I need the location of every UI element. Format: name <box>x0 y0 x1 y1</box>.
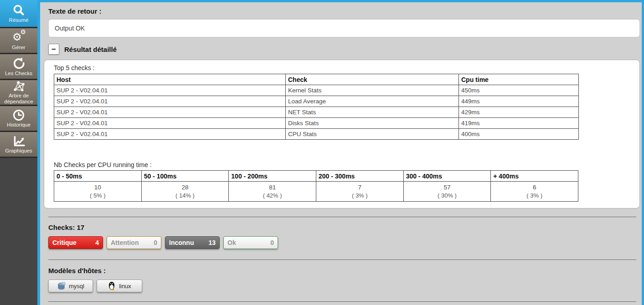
sidebar-item-historique[interactable]: Historique <box>0 106 37 132</box>
badge-label: Critique <box>52 239 77 246</box>
cell-host: SUP 2 - V02.04.01 <box>54 107 286 118</box>
template-label: linux <box>119 283 131 290</box>
cell-cpu-time: 419ms <box>459 118 579 129</box>
column-header-range: + 400ms <box>491 171 578 182</box>
template-label: mysql <box>69 283 84 290</box>
top-checks-title: Top 5 checks : <box>54 64 95 71</box>
column-header-check: Check <box>286 74 459 85</box>
sidebar-item-label: Graphiques <box>4 148 33 154</box>
refresh-icon <box>12 57 26 70</box>
cell-check: NET Stats <box>286 107 459 118</box>
table-row: SUP 2 - V02.04.01 CPU Stats 400ms <box>54 129 579 140</box>
check-count: 10 <box>57 184 139 191</box>
cell-check: CPU Stats <box>286 129 459 140</box>
checks-count-title: Checks: 17 <box>48 224 84 231</box>
cell-cpu-time: 400ms <box>459 129 579 140</box>
badge-count: 13 <box>208 239 216 246</box>
badge-label: Inconnu <box>169 239 194 246</box>
column-header-host: Host <box>54 74 286 85</box>
status-badges: Critique 4 Attention 0 Inconnu 13 Ok 0 <box>48 236 278 249</box>
badge-count: 0 <box>154 239 157 246</box>
cell-host: SUP 2 - V02.04.01 <box>54 118 286 129</box>
sidebar-item-label: Gérer <box>11 45 26 51</box>
chart-icon <box>12 135 26 147</box>
sidebar-item-graphiques[interactable]: Graphiques <box>0 132 37 158</box>
table-row: SUP 2 - V02.04.01 NET Stats 429ms <box>54 107 579 118</box>
separator <box>48 259 636 260</box>
sidebar-item-label: Arbre de dépendance <box>0 93 37 105</box>
cell-check: Disks Stats <box>286 118 459 129</box>
host-templates-title: Modèles d'hôtes : <box>48 267 106 274</box>
check-count: 6 <box>493 184 576 191</box>
database-icon <box>57 282 66 290</box>
minus-icon: − <box>52 46 56 53</box>
top-checks-table: Host Check Cpu time SUP 2 - V02.04.01 Ke… <box>54 74 579 140</box>
detail-title: Résultat détaillé <box>64 46 117 53</box>
table-header-row: Host Check Cpu time <box>54 74 579 85</box>
template-button-mysql[interactable]: mysql <box>48 280 93 292</box>
column-header-range: 300 - 400ms <box>403 171 491 182</box>
badge-label: Ok <box>227 239 236 246</box>
output-field[interactable] <box>48 19 640 37</box>
cpu-distribution-title: Nb Checks per CPU running time : <box>54 161 152 168</box>
badge-count: 4 <box>95 239 99 246</box>
cell-cpu-time: 429ms <box>459 107 579 118</box>
separator <box>48 217 636 217</box>
output-label: Texte de retour : <box>48 7 101 15</box>
badge-ok[interactable]: Ok 0 <box>223 236 278 249</box>
cell-host: SUP 2 - V02.04.01 <box>54 96 286 107</box>
app-frame: Résumé ⚙⚙ Gérer Les Checks <box>0 0 644 305</box>
check-count: 28 <box>144 184 227 191</box>
check-percent: ( 5% ) <box>57 192 139 199</box>
table-row: SUP 2 - V02.04.01 Kernel Stats 450ms <box>54 85 579 96</box>
sidebar-item-label: Résumé <box>8 17 30 23</box>
table-row: SUP 2 - V02.04.01 Disks Stats 419ms <box>54 118 579 129</box>
search-icon <box>12 4 26 17</box>
sidebar: Résumé ⚙⚙ Gérer Les Checks <box>0 2 40 305</box>
cell-cpu-time: 449ms <box>459 96 579 107</box>
sidebar-item-label: Historique <box>6 122 31 128</box>
detail-header: − Résultat détaillé <box>48 44 117 55</box>
detail-panel: Top 5 checks : Host Check Cpu time SUP 2… <box>44 60 640 208</box>
check-count: 81 <box>231 184 314 191</box>
sidebar-item-gerer[interactable]: ⚙⚙ Gérer <box>0 28 37 54</box>
table-row: 10 ( 5% ) 28 ( 14% ) 81 ( 42% ) 7 <box>54 182 578 202</box>
clock-icon <box>12 109 25 122</box>
gears-icon: ⚙⚙ <box>11 30 26 44</box>
table-row: SUP 2 - V02.04.01 Load Average 449ms <box>54 96 579 107</box>
badge-critical[interactable]: Critique 4 <box>48 236 103 249</box>
sidebar-item-label: Les Checks <box>4 71 33 76</box>
collapse-button[interactable]: − <box>48 44 59 55</box>
cell-count-percent: 28 ( 14% ) <box>141 182 229 202</box>
cpu-distribution-table: 0 - 50ms 50 - 100ms 100 - 200ms 200 - 30… <box>54 170 578 202</box>
sidebar-item-les-checks[interactable]: Les Checks <box>0 54 37 80</box>
cell-check: Load Average <box>286 96 459 107</box>
badge-unknown[interactable]: Inconnu 13 <box>165 236 220 249</box>
check-percent: ( 42% ) <box>231 192 314 199</box>
column-header-range: 0 - 50ms <box>54 171 142 182</box>
column-header-range: 200 - 300ms <box>316 171 403 182</box>
badge-label: Attention <box>111 239 139 246</box>
sidebar-item-arbre-de-dependance[interactable]: Arbre de dépendance <box>0 80 37 106</box>
column-header-range: 100 - 200ms <box>229 171 316 182</box>
column-header-range: 50 - 100ms <box>141 171 229 182</box>
cell-host: SUP 2 - V02.04.01 <box>54 129 286 140</box>
check-percent: ( 3% ) <box>319 192 401 199</box>
column-header-cpu-time: Cpu time <box>459 74 579 85</box>
cell-host: SUP 2 - V02.04.01 <box>54 85 286 96</box>
badge-warning[interactable]: Attention 0 <box>107 236 161 249</box>
host-template-buttons: mysql linux <box>48 280 142 292</box>
table-header-row: 0 - 50ms 50 - 100ms 100 - 200ms 200 - 30… <box>54 171 578 182</box>
cell-cpu-time: 450ms <box>459 85 579 96</box>
penguin-icon <box>108 281 116 290</box>
cell-count-percent: 57 ( 30% ) <box>403 182 491 202</box>
template-button-linux[interactable]: linux <box>97 280 142 292</box>
separator <box>48 301 636 302</box>
check-percent: ( 14% ) <box>144 192 227 199</box>
cell-count-percent: 7 ( 3% ) <box>316 182 403 202</box>
check-percent: ( 30% ) <box>406 192 489 199</box>
network-icon <box>12 80 26 92</box>
check-count: 7 <box>319 184 401 191</box>
cell-count-percent: 81 ( 42% ) <box>229 182 316 202</box>
sidebar-item-resume[interactable]: Résumé <box>0 0 37 28</box>
